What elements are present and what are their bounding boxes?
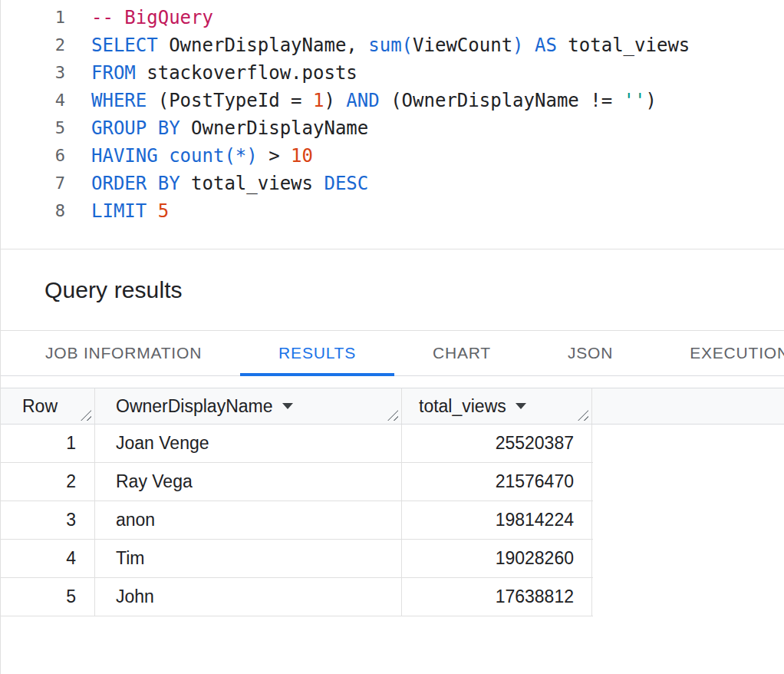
column-header-ownerdisplayname[interactable]: OwnerDisplayName <box>95 388 402 424</box>
cell-total-views: 19814224 <box>402 501 592 539</box>
cell-ownerdisplayname: Joan Venge <box>95 425 402 462</box>
code-token-pl: ) <box>324 90 346 111</box>
sort-dropdown-icon[interactable] <box>516 403 526 409</box>
code-text: WHERE (PostTypeId = 1) AND (OwnerDisplay… <box>65 87 657 114</box>
line-number: 7 <box>1 170 65 197</box>
code-line: 6HAVING count(*) > 10 <box>1 142 784 170</box>
tab-chart[interactable]: CHART <box>394 331 529 375</box>
table-row[interactable]: 2Ray Vega21576470 <box>1 463 593 501</box>
code-token-kw: sum( <box>368 35 413 56</box>
results-tabs: JOB INFORMATIONRESULTSCHARTJSONEXECUTION… <box>1 331 784 376</box>
tab-job-information[interactable]: JOB INFORMATION <box>7 331 240 375</box>
column-label: OwnerDisplayName <box>116 396 273 417</box>
code-token-kw: count(*) <box>169 145 258 167</box>
code-text: FROM stackoverflow.posts <box>65 59 357 87</box>
sort-dropdown-icon[interactable] <box>282 403 293 409</box>
code-line: 7ORDER BY total_views DESC <box>1 170 784 197</box>
line-number: 3 <box>1 59 65 87</box>
table-row[interactable]: 3anon19814224 <box>1 501 593 540</box>
line-number: 6 <box>1 142 65 170</box>
code-token-pl <box>147 200 157 222</box>
cell-total-views: 17638812 <box>402 578 592 616</box>
code-text: ORDER BY total_views DESC <box>65 170 368 197</box>
column-resize-handle[interactable] <box>578 410 588 421</box>
tab-execution-details[interactable]: EXECUTION DETAILS <box>651 331 784 375</box>
code-token-pl <box>524 35 535 56</box>
code-token-pl: (OwnerDisplayName != <box>380 90 624 111</box>
column-label: Row <box>22 396 58 417</box>
code-token-pl: OwnerDisplayName, <box>158 35 369 56</box>
cell-total-views: 25520387 <box>402 425 592 462</box>
code-text: -- BigQuery <box>65 4 213 31</box>
code-token-kw: AND <box>346 90 379 111</box>
code-line: 3FROM stackoverflow.posts <box>1 59 784 87</box>
row-number-cell: 3 <box>1 501 95 539</box>
code-token-kw: SELECT <box>91 35 158 56</box>
sql-editor[interactable]: 1-- BigQuery2SELECT OwnerDisplayName, su… <box>1 0 784 249</box>
code-area[interactable]: 1-- BigQuery2SELECT OwnerDisplayName, su… <box>1 4 784 225</box>
line-number: 5 <box>1 114 65 142</box>
table-row[interactable]: 5John17638812 <box>1 578 593 616</box>
row-number-cell: 1 <box>1 425 95 462</box>
table-header-row: RowOwnerDisplayNametotal_views <box>1 388 784 425</box>
bigquery-query-results-page: 1-- BigQuery2SELECT OwnerDisplayName, su… <box>1 0 784 616</box>
line-number: 8 <box>1 197 65 225</box>
table-row[interactable]: 1Joan Venge25520387 <box>1 425 593 463</box>
code-line: 4WHERE (PostTypeId = 1) AND (OwnerDispla… <box>1 87 784 114</box>
code-token-pl: > <box>258 145 291 167</box>
cell-total-views: 21576470 <box>402 463 592 501</box>
code-line: 8LIMIT 5 <box>1 197 784 225</box>
results-table: RowOwnerDisplayNametotal_views 1Joan Ven… <box>1 388 784 616</box>
code-token-kw: AS <box>535 35 557 56</box>
cell-ownerdisplayname: anon <box>95 501 402 539</box>
column-header-total-views[interactable]: total_views <box>402 388 592 424</box>
code-token-pl: stackoverflow.posts <box>136 62 357 84</box>
line-number: 2 <box>1 31 65 59</box>
code-text: LIMIT 5 <box>65 197 169 225</box>
cell-ownerdisplayname: Ray Vega <box>95 463 402 501</box>
code-token-pl <box>158 145 169 167</box>
line-number: 1 <box>1 4 65 31</box>
cell-ownerdisplayname: Tim <box>95 540 402 577</box>
header-filler <box>592 388 784 424</box>
code-token-pl: (PostTypeId = <box>147 90 313 111</box>
code-token-num: 1 <box>313 90 324 111</box>
code-line: 1-- BigQuery <box>1 4 784 31</box>
code-token-pl: ViewCount <box>413 35 512 56</box>
code-token-str: '' <box>624 90 646 111</box>
code-text: SELECT OwnerDisplayName, sum(ViewCount) … <box>65 31 690 59</box>
code-token-pl: OwnerDisplayName <box>180 117 369 139</box>
code-text: GROUP BY OwnerDisplayName <box>65 114 368 142</box>
code-token-kw: ORDER BY <box>91 173 180 194</box>
row-number-cell: 5 <box>1 578 95 616</box>
row-number-cell: 2 <box>1 463 95 501</box>
code-token-kw: HAVING <box>91 145 158 167</box>
line-number: 4 <box>1 87 65 114</box>
code-token-pl: total_views <box>180 173 324 194</box>
table-row[interactable]: 4Tim19028260 <box>1 540 593 578</box>
code-line: 2SELECT OwnerDisplayName, sum(ViewCount)… <box>1 31 784 59</box>
code-token-kw: ) <box>512 35 523 56</box>
code-token-pl: ) <box>646 90 657 111</box>
column-resize-handle[interactable] <box>81 410 91 421</box>
code-token-kw: LIMIT <box>91 200 147 222</box>
cell-total-views: 19028260 <box>402 540 592 577</box>
query-results-header: Query results <box>1 249 784 331</box>
column-label: total_views <box>419 396 506 417</box>
code-token-num: 10 <box>291 145 313 167</box>
row-number-cell: 4 <box>1 540 95 577</box>
code-token-kw: WHERE <box>91 90 147 111</box>
code-token-cm: -- BigQuery <box>91 7 213 28</box>
code-line: 5GROUP BY OwnerDisplayName <box>1 114 784 142</box>
column-header-row[interactable]: Row <box>1 388 95 424</box>
page-title: Query results <box>44 277 183 303</box>
tab-json[interactable]: JSON <box>529 331 651 375</box>
tab-results[interactable]: RESULTS <box>240 331 394 375</box>
cell-ownerdisplayname: John <box>95 578 402 616</box>
table-body: 1Joan Venge255203872Ray Vega215764703ano… <box>1 425 784 616</box>
code-token-num: 5 <box>158 200 169 222</box>
code-token-kw: DESC <box>324 173 368 194</box>
code-token-pl: total_views <box>557 35 690 56</box>
column-resize-handle[interactable] <box>387 410 398 421</box>
code-token-kw: FROM <box>91 62 136 84</box>
